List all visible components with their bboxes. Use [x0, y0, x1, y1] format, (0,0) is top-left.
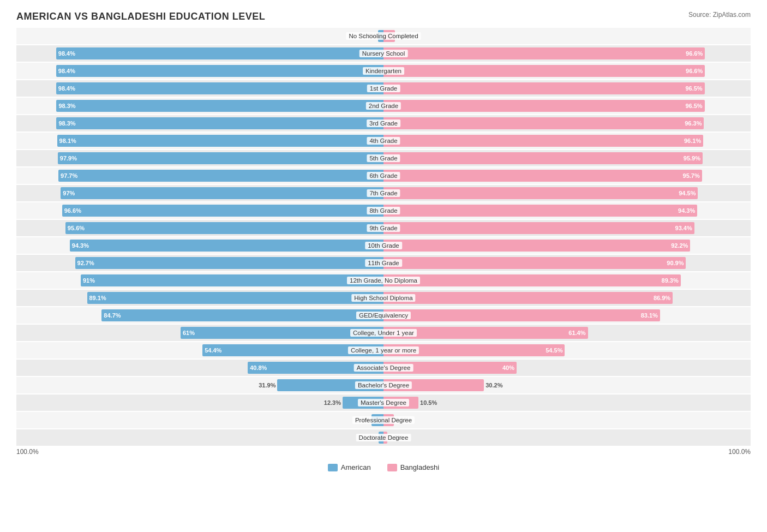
american-swatch — [328, 464, 338, 471]
bar-label-left: 94.3% — [72, 242, 89, 249]
chart-row: 92.7%90.9%11th Grade — [16, 255, 751, 271]
bar-label-right: 30.2% — [486, 382, 502, 388]
bar-label-left: 97.9% — [60, 155, 77, 162]
bar-label-left: 95.6% — [68, 225, 85, 231]
bar-label-right: 54.5% — [546, 347, 562, 354]
chart-row: 12.3%10.5%Master's Degree — [16, 394, 751, 411]
chart-row: 98.1%96.1%4th Grade — [16, 133, 751, 149]
chart-row: 40.8%40%Associate's Degree — [16, 360, 751, 376]
bar-label-right: 96.6% — [686, 50, 703, 57]
bar-label-right: 93.4% — [675, 225, 692, 231]
bar-label-right: 94.3% — [678, 207, 695, 214]
bar-label-right: 96.5% — [685, 103, 702, 109]
chart-row: 1.7%3.5%No Schooling Completed — [16, 28, 751, 44]
bar-label-right: 1.2% — [389, 434, 403, 441]
chart-row: 3.6%3.1%Professional Degree — [16, 412, 751, 428]
chart-title: AMERICAN VS BANGLADESHI EDUCATION LEVEL — [16, 11, 751, 22]
bar-label-left: 84.7% — [104, 312, 121, 319]
chart-row: 98.4%96.6%Kindergarten — [16, 63, 751, 79]
bar-label-right: 96.1% — [684, 138, 701, 144]
chart-row: 98.4%96.5%1st Grade — [16, 80, 751, 97]
bangladeshi-label: Bangladeshi — [400, 463, 440, 471]
chart-row: 61%61.4%College, Under 1 year — [16, 325, 751, 341]
chart-row: 1.5%1.2%Doctorate Degree — [16, 429, 751, 446]
bar-label-right: 86.9% — [654, 295, 670, 301]
bar-label-right: 83.1% — [641, 312, 658, 319]
chart-row: 97.7%95.7%6th Grade — [16, 168, 751, 184]
bar-label-right: 90.9% — [667, 260, 684, 266]
bar-label-right: 3.1% — [396, 417, 409, 423]
bar-label-right: 95.7% — [683, 172, 700, 179]
bar-label-right: 89.3% — [662, 277, 679, 284]
chart-row: 94.3%92.2%10th Grade — [16, 237, 751, 254]
chart-row: 54.4%54.5%College, 1 year or more — [16, 342, 751, 358]
bar-label-left: 54.4% — [205, 347, 221, 354]
chart-row: 98.3%96.3%3rd Grade — [16, 115, 751, 131]
bar-label-right: 96.6% — [686, 68, 703, 74]
chart-row: 91%89.3%12th Grade, No Diploma — [16, 272, 751, 289]
chart-row: 98.3%96.5%2nd Grade — [16, 98, 751, 114]
bar-label-left: 97.7% — [61, 172, 77, 179]
bar-label-left: 98.3% — [58, 103, 75, 109]
bar-label-right: 96.5% — [685, 85, 702, 92]
chart-row: 84.7%83.1%GED/Equivalency — [16, 307, 751, 324]
american-label: American — [341, 463, 371, 471]
bar-label-right: 10.5% — [420, 399, 437, 406]
bar-label-right: 40% — [502, 364, 514, 371]
chart-row: 96.6%94.3%8th Grade — [16, 202, 751, 219]
legend-american: American — [328, 463, 371, 471]
bar-label-left: 98.4% — [58, 68, 75, 74]
bar-label-left: 91% — [83, 277, 95, 284]
bar-label-left: 98.4% — [58, 50, 75, 57]
chart-row: 97.9%95.9%5th Grade — [16, 150, 751, 166]
bar-label-left: 1.7% — [363, 33, 376, 39]
source-label: Source: ZipAtlas.com — [688, 11, 751, 19]
axis-right: 100.0% — [728, 448, 751, 456]
bar-label-left: 98.1% — [59, 138, 76, 144]
bar-label-left: 97% — [63, 190, 75, 196]
bar-label-left: 96.6% — [64, 207, 81, 214]
bar-label-right: 92.2% — [671, 242, 688, 249]
bar-label-left: 98.4% — [58, 85, 75, 92]
chart-row: 89.1%86.9%High School Diploma — [16, 290, 751, 306]
bar-label-left: 89.1% — [89, 295, 106, 301]
bar-label-right: 96.3% — [685, 120, 702, 127]
chart-row: 31.9%30.2%Bachelor's Degree — [16, 377, 751, 393]
bar-label-right: 95.9% — [684, 155, 700, 162]
bar-label-left: 92.7% — [77, 260, 94, 266]
legend-bangladeshi: Bangladeshi — [387, 463, 440, 471]
axis-labels: 100.0% 100.0% — [16, 448, 751, 456]
axis-left: 100.0% — [16, 448, 39, 456]
bar-label-right: 3.5% — [397, 33, 410, 39]
bar-label-left: 12.3% — [324, 399, 341, 406]
bars-area: 1.7%3.5%No Schooling Completed98.4%96.6%… — [16, 28, 751, 446]
chart-row: 95.6%93.4%9th Grade — [16, 220, 751, 236]
bar-label-left: 1.5% — [363, 434, 377, 441]
bar-label-left: 40.8% — [250, 364, 267, 371]
bar-label-right: 61.4% — [568, 330, 585, 336]
chart-row: 98.4%96.6%Nursery School — [16, 45, 751, 62]
legend: American Bangladeshi — [16, 463, 751, 471]
bar-label-left: 61% — [183, 330, 195, 336]
bar-label-right: 94.5% — [679, 190, 696, 196]
bangladeshi-swatch — [387, 464, 397, 471]
bar-label-left: 31.9% — [259, 382, 275, 388]
chart-container: AMERICAN VS BANGLADESHI EDUCATION LEVEL … — [0, 0, 767, 504]
chart-row: 97%94.5%7th Grade — [16, 185, 751, 201]
bar-label-left: 3.6% — [356, 417, 370, 423]
bar-label-left: 98.3% — [58, 120, 75, 127]
